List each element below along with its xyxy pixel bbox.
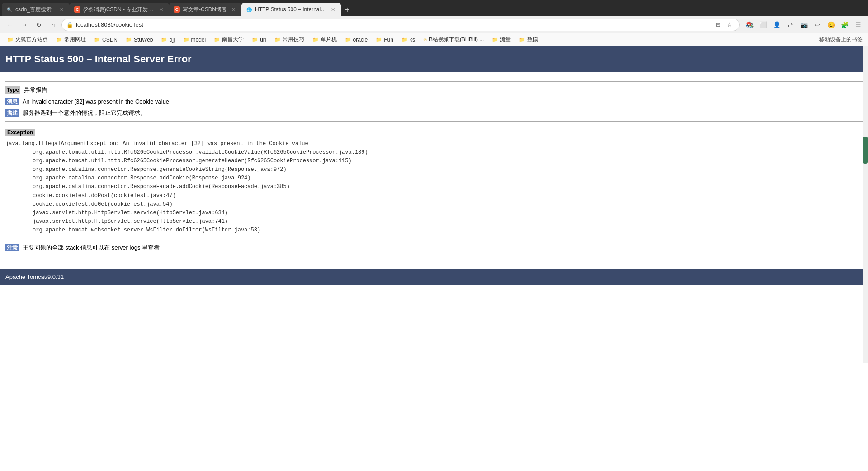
stack-line-8: javax.servlet.http.HttpServlet.service(H…	[33, 209, 863, 217]
bookmark-stuweb[interactable]: 📁 StuWeb	[122, 35, 156, 45]
scrollbar-thumb[interactable]	[863, 137, 868, 164]
bookmark-shumo[interactable]: 📁 数模	[515, 35, 542, 45]
bookmark-ojj[interactable]: 📁 ojj	[157, 35, 178, 45]
bookmark-liuliang[interactable]: 📁 流量	[488, 35, 514, 45]
bookmark-label: ks	[410, 37, 415, 43]
bookmark-label: 常用技巧	[283, 36, 304, 43]
bookmark-csdn[interactable]: 📁 CSDN	[90, 35, 121, 45]
message-value: An invald character [32] was present in …	[23, 98, 169, 105]
bookmark-fun[interactable]: 📁 Fun	[372, 35, 397, 45]
browser-chrome: 🔍 csdn_百度搜索 ✕ C (2条消息)CSDN - 专业开发者社区 ✕ C…	[0, 0, 868, 46]
sparkle-icon: ✳	[423, 37, 427, 42]
tab-title-1: csdn_百度搜索	[15, 6, 55, 14]
bookmark-page-icon[interactable]: ☆	[725, 20, 735, 30]
back-button[interactable]: ←	[4, 19, 16, 31]
bookmark-label: url	[260, 37, 266, 43]
bookmark-label: 数模	[527, 36, 538, 43]
stack-line-5: org.apache.catalina.connector.ResponseFa…	[33, 183, 863, 191]
note-row: 注意 主要问题的全部 stack 信息可以在 server logs 里查看	[5, 244, 863, 252]
tab-favicon-1: 🔍	[6, 6, 13, 13]
tab-close-2[interactable]: ✕	[157, 6, 165, 13]
home-button[interactable]: ⌂	[47, 19, 60, 31]
tab-title-4: HTTP Status 500 – Internal Serve...	[255, 6, 326, 13]
bookmark-nanchang[interactable]: 📁 南昌大学	[210, 35, 247, 45]
back-alt-icon[interactable]: ↩	[811, 19, 824, 31]
tab-csdn-pro[interactable]: C (2条消息)CSDN - 专业开发者社区 ✕	[70, 3, 169, 16]
scrollbar[interactable]	[863, 46, 868, 363]
bookmark-changyong[interactable]: 📁 常用网址	[52, 35, 90, 45]
error-body: Type 异常报告 消息 An invald character [32] wa…	[0, 72, 868, 260]
tab-close-3[interactable]: ✕	[230, 6, 237, 13]
bookmark-bilibili[interactable]: ✳ B站视频下载(BiliBili) ...	[420, 35, 487, 45]
address-input[interactable]	[76, 21, 710, 28]
new-tab-button[interactable]: +	[341, 4, 354, 16]
bookmark-label: 南昌大学	[222, 36, 244, 43]
folder-icon: 📁	[7, 37, 14, 42]
bookmark-label: CSDN	[102, 37, 118, 43]
bookmark-huohu[interactable]: 📁 火狐官方站点	[4, 35, 52, 45]
error-title: HTTP Status 500 – Internal Server Error	[5, 53, 192, 65]
bookmark-url[interactable]: 📁 url	[248, 35, 269, 45]
bookmark-label: B站视频下载(BiliBili) ...	[429, 36, 484, 43]
forward-button[interactable]: →	[18, 19, 31, 31]
bookmark-label: Fun	[384, 37, 393, 43]
stack-line-3: org.apache.catalina.connector.Response.g…	[33, 165, 863, 174]
tab-csdn-baidu[interactable]: 🔍 csdn_百度搜索 ✕	[2, 3, 70, 16]
page-content: HTTP Status 500 – Internal Server Error …	[0, 46, 868, 363]
description-label: 描述	[5, 109, 19, 117]
stack-line-10: org.apache.tomcat.websocket.server.WsFil…	[33, 226, 863, 235]
library-icon[interactable]: 📚	[743, 19, 756, 31]
type-label: Type	[5, 86, 20, 94]
profile-icon[interactable]: 😊	[825, 19, 837, 31]
bookmarks-bar: 📁 火狐官方站点 📁 常用网址 📁 CSDN 📁 StuWeb 📁 ojj 📁 …	[0, 33, 868, 46]
error-footer: Apache Tomcat/9.0.31	[0, 269, 868, 285]
bookmark-danpianji[interactable]: 📁 单片机	[309, 35, 340, 45]
folder-icon: 📁	[519, 37, 525, 42]
address-bar: 🔒 ⊟ ☆	[61, 19, 740, 31]
folder-icon: 📁	[183, 37, 189, 42]
screenshot-icon[interactable]: 📷	[797, 19, 810, 31]
tab-http-status[interactable]: 🌐 HTTP Status 500 – Internal Serve... ✕	[241, 3, 341, 16]
tab-favicon-3: C	[174, 6, 180, 13]
tab-view-icon[interactable]: ⬜	[757, 19, 769, 31]
account-icon[interactable]: 👤	[770, 19, 783, 31]
folder-icon: 📁	[161, 37, 167, 42]
menu-button[interactable]: ☰	[852, 19, 864, 31]
stack-line-7: cookie.cookieTest.doGet(cookieTest.java:…	[33, 200, 863, 209]
exception-label: Exception	[5, 129, 35, 136]
description-value: 服务器遇到一个意外的情况，阻止它完成请求。	[23, 109, 146, 116]
folder-icon: 📁	[94, 37, 100, 42]
tab-title-2: (2条消息)CSDN - 专业开发者社区	[83, 6, 155, 14]
mobile-bookmarks[interactable]: 移动设备上的书签	[817, 36, 864, 43]
sync-icon[interactable]: ⇄	[784, 19, 797, 31]
bookmark-label: 流量	[500, 36, 511, 43]
bookmark-label: 火狐官方站点	[15, 36, 48, 43]
tab-bar: 🔍 csdn_百度搜索 ✕ C (2条消息)CSDN - 专业开发者社区 ✕ C…	[0, 0, 868, 16]
stack-line-6: cookie.cookieTest.doPost(cookieTest.java…	[33, 192, 863, 200]
tab-close-4[interactable]: ✕	[329, 6, 336, 13]
exception-section: Exception java.lang.IllegalArgumentExcep…	[5, 125, 863, 235]
tab-favicon-2: C	[74, 6, 80, 13]
reader-view-icon[interactable]: ⊟	[713, 20, 723, 30]
tab-csdn-write[interactable]: C 写文章-CSDN博客 ✕	[169, 3, 241, 16]
error-header: HTTP Status 500 – Internal Server Error	[0, 46, 868, 72]
bookmark-changyongjiqiao[interactable]: 📁 常用技巧	[271, 35, 308, 45]
folder-icon: 📁	[252, 37, 258, 42]
bookmark-model[interactable]: 📁 model	[179, 35, 210, 45]
bookmark-oracle[interactable]: 📁 oracle	[341, 35, 372, 45]
folder-icon: 📁	[401, 37, 408, 42]
bookmark-ks[interactable]: 📁 ks	[398, 35, 419, 45]
tab-close-1[interactable]: ✕	[58, 6, 65, 13]
extension-icon[interactable]: 🧩	[838, 19, 851, 31]
security-icon: 🔒	[66, 22, 73, 28]
footer-text: Apache Tomcat/9.0.31	[5, 273, 64, 280]
message-label: 消息	[5, 98, 19, 105]
message-row: 消息 An invald character [32] was present …	[5, 97, 863, 106]
reload-button[interactable]: ↻	[33, 19, 45, 31]
bookmark-label: StuWeb	[134, 37, 153, 43]
stack-line-4: org.apache.catalina.connector.Response.a…	[33, 174, 863, 183]
page-wrapper: HTTP Status 500 – Internal Server Error …	[0, 46, 868, 363]
stack-line-main: java.lang.IllegalArgumentException: An i…	[5, 140, 863, 148]
divider-middle	[5, 121, 863, 122]
nav-bar: ← → ↻ ⌂ 🔒 ⊟ ☆ 📚 ⬜ 👤 ⇄ 📷 ↩ 😊 🧩 ☰	[0, 16, 868, 33]
